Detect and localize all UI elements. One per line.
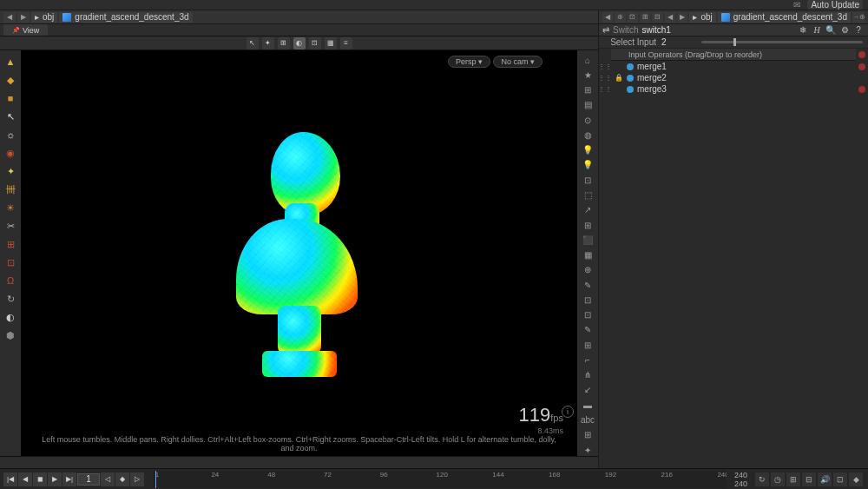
param-value-field[interactable]: 2 — [661, 37, 696, 47]
shelf-tool-7[interactable]: 卌 — [3, 182, 18, 197]
display-opt-8[interactable]: ⊡ — [580, 174, 595, 186]
tool-gear-icon[interactable]: ⚙ — [838, 25, 851, 36]
display-opt-17[interactable]: ⊡ — [580, 309, 595, 321]
display-opt-18[interactable]: ✎ — [580, 324, 595, 336]
notifications-icon[interactable]: ✉ — [793, 0, 800, 10]
row-handle-icon[interactable]: ⋮⋮ — [599, 61, 611, 72]
shelf-tool-0[interactable]: ▲ — [3, 54, 18, 69]
display-opt-1[interactable]: ★ — [580, 69, 595, 81]
display-opt-6[interactable]: 💡 — [580, 144, 595, 156]
params-nav-pin[interactable]: ⊕ — [615, 12, 625, 23]
params-nav-fwd2[interactable]: ▶ — [677, 12, 687, 23]
row-handle-icon[interactable]: ⋮⋮ — [599, 72, 611, 83]
tool-menu[interactable]: ≡ — [340, 37, 352, 50]
display-opt-4[interactable]: ⊙ — [580, 114, 595, 126]
breadcrumb-file[interactable]: gradient_ascend_descent_3d — [59, 12, 192, 23]
tool-freeze-icon[interactable]: ❄ — [797, 25, 809, 36]
breadcrumb-obj[interactable]: ▸ obj — [31, 12, 57, 23]
step-fwd-button[interactable]: ▶| — [62, 472, 76, 486]
shelf-tool-12[interactable]: Ω — [3, 273, 18, 288]
range-end-bottom[interactable]: 240 — [734, 479, 747, 488]
shelf-tool-9[interactable]: ✂ — [3, 218, 18, 234]
info-icon[interactable]: i — [562, 406, 574, 418]
display-opt-2[interactable]: ⊞ — [580, 84, 595, 96]
tl-tool-a[interactable]: ⊞ — [786, 472, 800, 486]
tl-tool-audio[interactable]: 🔊 — [818, 472, 832, 486]
input-row-merge2[interactable]: 🔒merge2 — [611, 72, 856, 83]
tl-tool-realtime[interactable]: ◷ — [771, 472, 785, 486]
key-next-button[interactable]: ▷ — [130, 472, 144, 486]
tool-search-icon[interactable]: 🔍 — [825, 25, 837, 36]
shelf-tool-6[interactable]: ✦ — [3, 163, 18, 179]
range-end-top[interactable]: 240 — [734, 471, 747, 479]
params-nav-back[interactable]: ◀ — [602, 12, 613, 23]
params-nav-find[interactable]: ⊡ — [628, 12, 638, 23]
display-opt-22[interactable]: ↙ — [580, 384, 595, 396]
tab-view[interactable]: 📌 View — [3, 24, 48, 36]
step-back-button[interactable]: ◀ — [18, 472, 32, 486]
display-opt-15[interactable]: ✎ — [580, 279, 595, 291]
current-frame-field[interactable]: 1 — [77, 473, 100, 486]
shelf-tool-8[interactable]: ☀ — [3, 200, 18, 215]
camera-persp-dropdown[interactable]: Persp ▾ — [448, 56, 490, 68]
shelf-tool-11[interactable]: ⊡ — [3, 254, 18, 270]
display-opt-26[interactable]: ✦ — [580, 444, 595, 456]
shelf-tool-13[interactable]: ↻ — [3, 291, 18, 307]
tl-tool-key[interactable]: ◆ — [849, 472, 863, 486]
tl-tool-c[interactable]: ⊡ — [833, 472, 847, 486]
display-opt-0[interactable]: ⌂ — [580, 54, 595, 66]
goto-start-button[interactable]: |◀ — [3, 472, 17, 486]
tool-help-icon[interactable]: ? — [852, 25, 865, 36]
shelf-tool-14[interactable]: ◐ — [3, 309, 18, 325]
display-opt-19[interactable]: ⊞ — [580, 339, 595, 351]
node-name-field[interactable]: switch1 — [641, 25, 670, 35]
display-opt-16[interactable]: ⊡ — [580, 294, 595, 306]
params-nav-a[interactable]: ⊞ — [640, 12, 650, 23]
timeline-ruler[interactable]: 124487296120144168192216240 — [153, 471, 727, 488]
nav-back-button[interactable]: ◀ — [3, 12, 16, 23]
tl-tool-b[interactable]: ⊟ — [802, 472, 816, 486]
play-back-button[interactable]: ◼ — [33, 472, 47, 486]
tool-layout[interactable]: ⊞ — [278, 37, 290, 50]
display-opt-5[interactable]: ◍ — [580, 129, 595, 141]
shelf-tool-3[interactable]: ↖ — [3, 109, 18, 124]
display-opt-11[interactable]: ⊞ — [580, 219, 595, 231]
key-set-button[interactable]: ◆ — [115, 472, 129, 486]
display-opt-25[interactable]: ⊞ — [580, 429, 595, 441]
display-opt-14[interactable]: ⊕ — [580, 264, 595, 276]
tool-grid[interactable]: ▦ — [325, 37, 337, 50]
display-opt-10[interactable]: ↗ — [580, 204, 595, 216]
tool-shading[interactable]: ◐ — [293, 37, 306, 50]
params-crumb-file[interactable]: gradient_ascend_descent_3d — [718, 12, 851, 23]
params-nav-b[interactable]: ⊟ — [652, 12, 662, 23]
row-handle-icon[interactable]: ⋮⋮ — [599, 83, 611, 95]
params-crumb-obj[interactable]: ▸ obj — [689, 12, 715, 23]
display-opt-24[interactable]: abc — [580, 413, 595, 426]
display-opt-12[interactable]: ⬛ — [580, 234, 595, 246]
display-opt-3[interactable]: ▤ — [580, 99, 595, 111]
shelf-tool-5[interactable]: ◉ — [3, 145, 18, 161]
params-nav-dock[interactable]: →⊕ — [852, 12, 865, 23]
input-row-merge3[interactable]: merge3 — [611, 83, 856, 95]
play-fwd-button[interactable]: ▶ — [48, 472, 62, 486]
display-opt-13[interactable]: ▦ — [580, 248, 595, 261]
shelf-tool-2[interactable]: ■ — [3, 90, 18, 106]
shelf-tool-15[interactable]: ⬢ — [3, 327, 18, 343]
display-opt-9[interactable]: ⬚ — [580, 188, 595, 201]
tl-tool-loop[interactable]: ↻ — [755, 472, 769, 486]
display-opt-23[interactable]: ▬ — [580, 399, 595, 411]
key-prev-button[interactable]: ◁ — [101, 472, 115, 486]
input-row-merge1[interactable]: merge1 — [611, 61, 856, 72]
tool-select[interactable]: ↖ — [247, 37, 259, 50]
shelf-tool-1[interactable]: ◆ — [3, 72, 18, 88]
param-slider[interactable] — [701, 41, 863, 43]
display-opt-7[interactable]: 💡 — [580, 159, 595, 171]
auto-update-toggle[interactable]: Auto Update — [807, 0, 863, 10]
tool-region[interactable]: ✦ — [262, 37, 274, 50]
tool-snap[interactable]: ⊡ — [309, 37, 321, 50]
3d-viewport[interactable]: Persp ▾ No cam ▾ 119fps 8.43ms i — [21, 50, 577, 456]
display-opt-20[interactable]: ⌐ — [580, 354, 595, 366]
camera-select-dropdown[interactable]: No cam ▾ — [493, 56, 542, 68]
nav-fwd-button[interactable]: ▶ — [17, 12, 30, 23]
display-opt-21[interactable]: ⋔ — [580, 369, 595, 381]
